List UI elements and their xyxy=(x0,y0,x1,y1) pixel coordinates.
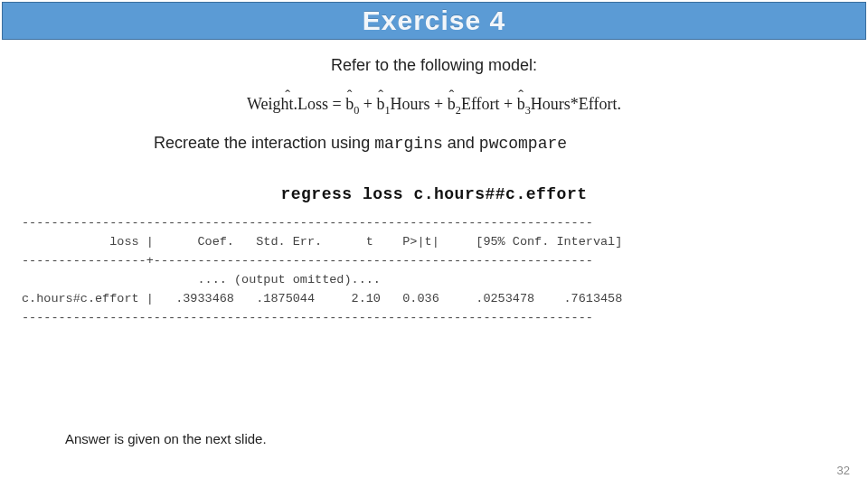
term3: Hours*Effort xyxy=(531,95,618,113)
title-text: Exercise 4 xyxy=(363,5,505,36)
formula-dot: . xyxy=(617,95,621,113)
task-pre: Recreate the interaction using xyxy=(154,134,374,152)
regress-command: regress loss c.hours##c.effort xyxy=(0,185,868,203)
formula-lhs: Weight.Loss xyxy=(247,95,328,114)
plus3: + xyxy=(504,95,517,113)
model-formula: Weight.Loss = b0 + b1Hours + b2Effort + … xyxy=(0,95,868,114)
term2: Effort xyxy=(461,95,500,113)
intro-text: Refer to the following model: xyxy=(0,56,868,75)
task-mid: and xyxy=(443,134,479,152)
term1: Hours xyxy=(391,95,430,113)
task-line: Recreate the interaction using margins a… xyxy=(154,134,868,153)
title-bar: Exercise 4 xyxy=(2,2,866,40)
footer-note: Answer is given on the next slide. xyxy=(65,431,267,446)
b0-sub: 0 xyxy=(354,104,359,117)
b0: b xyxy=(345,95,354,114)
stata-output: ----------------------------------------… xyxy=(22,214,846,328)
task-code-margins: margins xyxy=(374,135,443,153)
task-code-pwcompare: pwcompare xyxy=(479,135,567,153)
page-number: 32 xyxy=(837,464,850,477)
slide: Exercise 4 Refer to the following model:… xyxy=(0,2,868,488)
b2: b xyxy=(448,95,456,114)
b3: b xyxy=(517,95,525,114)
plus1: + xyxy=(363,95,377,113)
plus2: + xyxy=(434,95,448,113)
b1: b xyxy=(376,95,384,114)
formula-eq: = xyxy=(333,95,346,113)
